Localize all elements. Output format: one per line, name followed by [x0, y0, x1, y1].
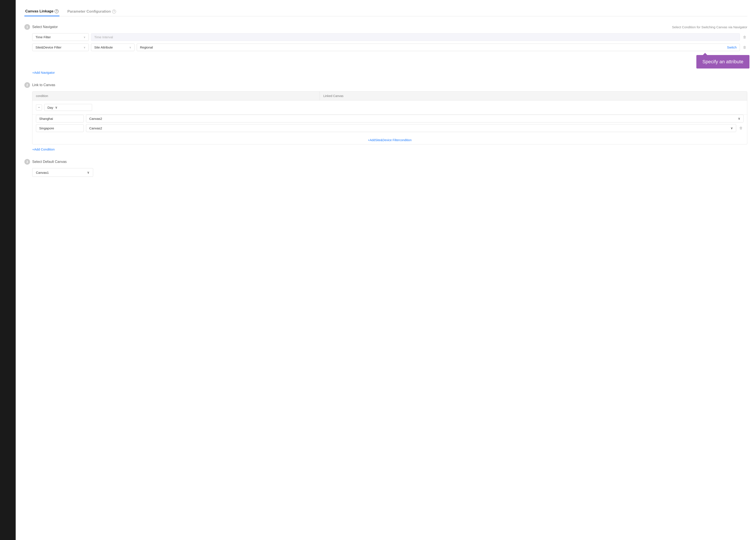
canvas-linkage-help-icon[interactable]: ?	[55, 9, 59, 13]
navigator-row-time: Time Filter ∨ Time Interval 🗑	[32, 33, 747, 41]
shanghai-canvas-chevron: ∨	[738, 117, 740, 120]
step-2-badge: 2	[24, 82, 30, 88]
singapore-delete-icon[interactable]: 🗑	[738, 125, 744, 131]
link-to-canvas-header: 2 Link to Canvas	[24, 82, 747, 88]
shanghai-value: Shanghai	[39, 117, 53, 120]
select-default-canvas-section: 3 Select Default Canvas Canvas1 ∨	[24, 159, 747, 177]
site-device-filter-label: Site&Device Filter	[36, 46, 61, 49]
shanghai-value-box[interactable]: Shanghai	[36, 115, 84, 122]
select-navigator-section: 1 Select Navigator Select Condition for …	[24, 24, 747, 74]
specify-attribute-text: Specify an attribute	[702, 59, 743, 65]
tab-canvas-linkage[interactable]: Canvas Linkage ?	[24, 7, 60, 16]
site-attribute-select[interactable]: Site Attribute ∨	[91, 44, 134, 51]
minus-button[interactable]: −	[36, 104, 42, 110]
site-attribute-chevron: ∨	[129, 46, 131, 49]
time-interval-input[interactable]: Time Interval	[91, 33, 740, 41]
singapore-canvas-chevron: ∨	[730, 126, 733, 130]
default-canvas-select[interactable]: Canvas1 ∨	[32, 168, 93, 177]
singapore-canvas-select[interactable]: Canvas2 ∨	[86, 124, 736, 132]
site-row-delete-icon[interactable]: 🗑	[742, 45, 747, 50]
singapore-value-box[interactable]: Singapore	[36, 124, 84, 132]
site-device-filter-select[interactable]: Site&Device Filter ∨	[32, 44, 89, 51]
site-attribute-label: Site Attribute	[94, 46, 113, 49]
navigator-row-site: Site&Device Filter ∨ Site Attribute ∨ Re…	[32, 44, 747, 51]
time-filter-select[interactable]: Time Filter ∨	[32, 33, 89, 41]
link-table: condition Linked Canvas − Day ∨	[32, 91, 747, 144]
step-1-badge: 1	[24, 24, 30, 30]
step-3-badge: 3	[24, 159, 30, 165]
select-default-canvas-title: Select Default Canvas	[32, 160, 67, 164]
tab-parameter-config[interactable]: Parameter Configuration ?	[67, 7, 117, 16]
singapore-canvas-value: Canvas2	[89, 126, 102, 130]
condition-title: Select Condition for Switching Canvas vi…	[672, 25, 747, 29]
tab-canvas-linkage-label: Canvas Linkage	[25, 9, 53, 14]
time-row-delete-icon[interactable]: 🗑	[742, 34, 747, 40]
shanghai-canvas-select[interactable]: Canvas2 ∨	[86, 115, 744, 122]
link-to-canvas-section: 2 Link to Canvas condition Linked Canvas	[24, 82, 747, 151]
condition-col-header: condition	[32, 91, 320, 100]
switch-link[interactable]: Switch	[727, 46, 737, 49]
singapore-value: Singapore	[39, 126, 54, 130]
select-default-canvas-header: 3 Select Default Canvas	[24, 159, 747, 165]
attr-rows-area: Define an attribute value Shanghai Canva…	[32, 115, 747, 136]
navigator-rows: Time Filter ∨ Time Interval 🗑 Site&Devic…	[32, 33, 747, 74]
link-to-canvas-content: condition Linked Canvas − Day ∨	[32, 91, 747, 151]
link-to-canvas-title: Link to Canvas	[32, 83, 55, 87]
parameter-config-help-icon[interactable]: ?	[112, 10, 116, 14]
shanghai-canvas-value: Canvas2	[89, 117, 102, 120]
site-device-chevron: ∨	[84, 46, 86, 49]
day-label: Day	[48, 106, 53, 109]
day-chevron: ∨	[55, 105, 58, 109]
add-condition-link[interactable]: +Add Condition	[32, 147, 747, 151]
day-select[interactable]: Day ∨	[44, 104, 92, 111]
linked-col-header: Linked Canvas	[320, 91, 747, 100]
table-header: condition Linked Canvas	[32, 91, 747, 100]
add-navigator-link[interactable]: +Add Navigator	[32, 71, 747, 74]
default-canvas-content: Canvas1 ∨	[32, 168, 747, 177]
left-sidebar	[0, 0, 16, 540]
attr-row-shanghai: Shanghai Canvas2 ∨	[36, 115, 744, 122]
main-content: Canvas Linkage ? Parameter Configuration…	[16, 0, 756, 540]
time-filter-chevron: ∨	[84, 36, 86, 39]
add-filter-area: +AddSite&Device Filtercondition	[32, 136, 747, 144]
regional-label: Regional	[140, 46, 153, 49]
tabs-container: Canvas Linkage ? Parameter Configuration…	[24, 7, 747, 16]
day-row: − Day ∨	[36, 103, 744, 112]
add-navigator-label: +Add Navigator	[32, 71, 55, 74]
regional-input[interactable]: Regional Switch	[137, 44, 740, 51]
default-canvas-value: Canvas1	[36, 171, 49, 175]
select-navigator-title: Select Navigator	[32, 25, 58, 29]
specify-attribute-tooltip: Specify an attribute	[696, 55, 749, 68]
attr-row-singapore: Singapore Canvas2 ∨ 🗑	[36, 124, 744, 132]
add-condition-label: +Add Condition	[32, 147, 55, 151]
add-filter-link[interactable]: +AddSite&Device Filtercondition	[368, 138, 411, 142]
tab-parameter-config-label: Parameter Configuration	[67, 9, 110, 14]
default-canvas-chevron: ∨	[87, 171, 90, 175]
time-interval-placeholder: Time Interval	[94, 35, 113, 39]
time-filter-label: Time Filter	[36, 35, 51, 39]
day-row-area: − Day ∨	[32, 100, 747, 115]
select-navigator-header: 1 Select Navigator Select Condition for …	[24, 24, 747, 30]
